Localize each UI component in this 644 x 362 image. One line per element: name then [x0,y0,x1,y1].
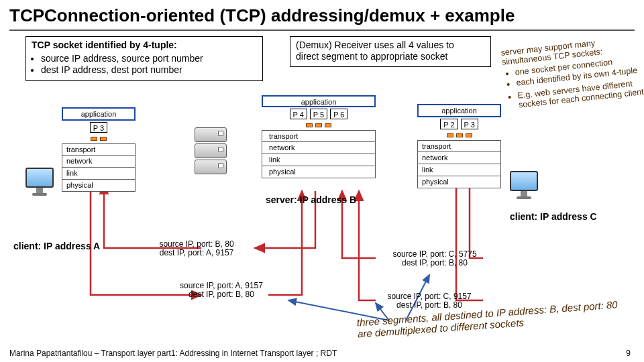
client-c-stack: application P 2 P 3 transport network li… [417,104,501,188]
computer-icon [510,171,538,199]
port-row: P 2 P 3 [417,119,501,129]
seg-line: dest IP, port: B, 80 [381,259,488,267]
mini-ports [62,134,136,142]
link-layer: link [417,164,501,176]
page-number: 9 [626,349,631,358]
layer-label: application [441,107,477,115]
port-p4: P 4 [290,109,307,119]
application-layer: application [417,104,501,117]
demux-box: (Demux) Receiver uses all 4 values to di… [290,36,491,67]
port-row: P 3 [62,122,136,133]
port-p5: P 5 [310,109,327,119]
tcp-4tuple-box: TCP socket identified by 4-tuple: source… [25,36,263,81]
server-rack-icon [195,127,227,176]
network-layer: network [62,156,136,168]
box-header: TCP socket identified by 4-tuple: [32,40,257,52]
physical-layer: physical [262,166,376,178]
bullet: dest IP address, dest port number [41,64,257,76]
box-line: direct segment to appropriate socket [296,51,485,62]
transport-layer: transport [262,130,376,142]
bullet: source IP address, source port number [41,53,257,65]
network-layer: network [417,152,501,164]
segment-label: source IP, port: C, 5775 dest IP, port: … [381,250,488,267]
port-p3b: P 3 [461,119,478,129]
server-b-label: server: IP address B [266,194,356,205]
physical-layer: physical [62,180,136,192]
server-b-stack: application P 4 P 5 P 6 transport networ… [262,95,376,178]
transport-layer: transport [62,143,136,156]
network-layer: network [262,142,376,154]
mini-ports [262,121,376,129]
port-row: P 4 P 5 P 6 [262,109,376,119]
application-layer: application [62,107,136,121]
port-p2: P 2 [440,119,458,129]
transport-layer: transport [417,140,501,152]
computer-icon [25,168,54,196]
slide-title: TCPConnection-oriented (TCP) addressing/… [9,5,515,26]
port-p3: P 3 [90,122,107,133]
segment-label: source IP, port: B, 80 dest IP, port: A,… [146,240,247,257]
slide-footer: Marina Papatriantafilou – Transport laye… [9,349,337,358]
seg-line: dest IP, port: A, 9157 [146,249,247,257]
client-c-label: client: IP address C [510,212,617,222]
box-line: (Demux) Receiver uses all 4 values to [296,40,485,51]
port-p6: P 6 [330,109,347,119]
client-a-label: client: IP address A [13,241,114,251]
title-underline [9,29,635,31]
segment-label: source IP, port: C, 9157 dest IP, port: … [376,292,483,310]
layer-label: application [81,110,117,118]
physical-layer: physical [417,176,501,188]
mini-ports [417,131,501,139]
layer-label: application [301,98,337,106]
client-a-stack: application P 3 transport network link p… [62,107,136,192]
link-layer: link [62,168,136,180]
application-layer: application [262,95,376,107]
segment-label: source IP, port: A, 9157 dest IP, port: … [168,282,275,299]
side-notes: server may support many simultaneous TCP… [500,34,644,114]
seg-line: dest IP, port: B, 80 [168,290,275,299]
link-layer: link [262,154,376,166]
